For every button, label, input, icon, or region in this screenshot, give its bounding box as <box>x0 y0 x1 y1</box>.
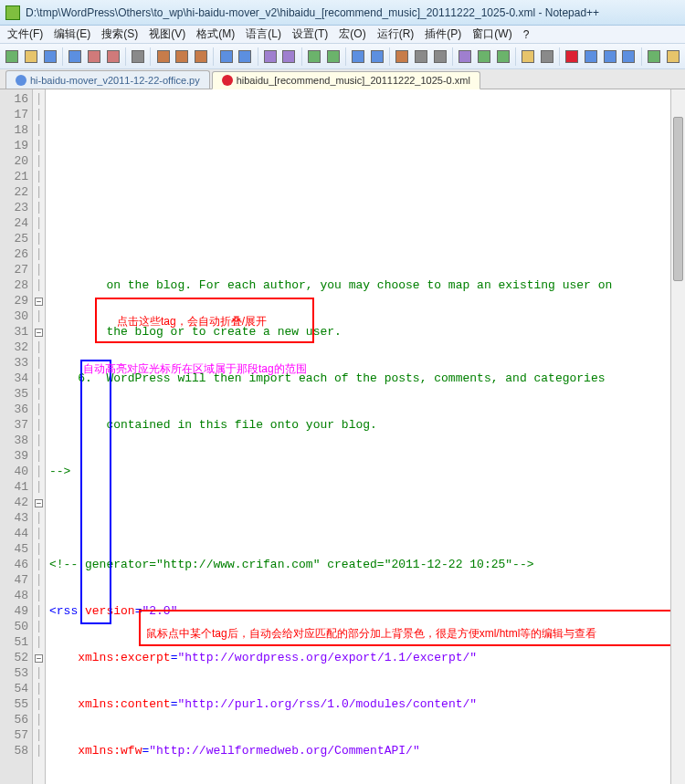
save-icon[interactable] <box>41 47 58 67</box>
menu-item[interactable]: 语言(L) <box>242 25 285 44</box>
code-line[interactable]: --> <box>49 464 685 479</box>
fold-guide[interactable]: │ <box>33 572 45 588</box>
menu-item[interactable]: 设置(T) <box>289 25 332 44</box>
fn-list-icon[interactable] <box>494 47 511 67</box>
menu-item[interactable]: 窗口(W) <box>469 25 515 44</box>
fold-toggle[interactable]: − <box>33 293 45 308</box>
menu-item[interactable]: 视图(V) <box>145 25 189 44</box>
folder-icon[interactable] <box>520 47 537 67</box>
code-line[interactable] <box>49 510 685 526</box>
fold-guide[interactable]: │ <box>33 262 45 277</box>
fold-guide[interactable]: │ <box>33 215 45 231</box>
zoom-in-icon[interactable] <box>306 47 323 67</box>
fold-toggle[interactable]: − <box>33 495 45 510</box>
paste-icon[interactable] <box>193 47 210 67</box>
cut-icon[interactable] <box>154 47 172 67</box>
fold-guide[interactable]: │ <box>33 464 45 479</box>
code-line[interactable]: on the blog. For each author, you may ch… <box>49 277 685 293</box>
code-line[interactable]: xmlns:content="http://purl.org/rss/1.0/m… <box>49 696 685 712</box>
fold-guide[interactable]: │ <box>33 246 45 262</box>
code-line[interactable]: <!-- generator="http://www.crifan.com" c… <box>49 557 685 572</box>
open-file-icon[interactable] <box>23 47 40 67</box>
close-icon[interactable] <box>86 47 103 67</box>
play-icon[interactable] <box>583 47 600 67</box>
fold-guide[interactable]: │ <box>33 417 45 433</box>
save-all-icon[interactable] <box>67 47 84 67</box>
code-line[interactable]: contained in this file onto your blog. <box>49 417 685 433</box>
fold-guide[interactable]: │ <box>33 479 45 495</box>
new-file-icon[interactable] <box>4 47 21 67</box>
indent-guide-icon[interactable] <box>431 47 448 67</box>
toggle-icon[interactable] <box>646 47 663 67</box>
menu-item[interactable]: 插件(P) <box>421 25 465 44</box>
close-all-icon[interactable] <box>104 47 121 67</box>
menu-item[interactable]: 编辑(E) <box>50 25 94 44</box>
fold-guide[interactable]: │ <box>33 153 45 169</box>
scrollbar-thumb[interactable] <box>673 117 683 281</box>
file-tab[interactable]: hibaidu_[recommend_music]_20111222_1025-… <box>212 71 480 89</box>
menu-item[interactable]: 搜索(S) <box>98 25 142 44</box>
fold-guide[interactable]: │ <box>33 107 45 122</box>
fold-guide[interactable]: │ <box>33 712 45 727</box>
copy-icon[interactable] <box>174 47 191 67</box>
print-icon[interactable] <box>130 47 147 67</box>
sync-h-icon[interactable] <box>368 47 385 67</box>
doc-map-icon[interactable] <box>476 47 493 67</box>
file-tab[interactable]: hi-baidu-mover_v2011-12-22-office.py <box>5 70 210 89</box>
lang-icon[interactable] <box>457 47 474 67</box>
menu-item[interactable]: 格式(M) <box>193 25 238 44</box>
fold-guide[interactable]: │ <box>33 510 45 526</box>
replace-icon[interactable] <box>280 47 298 67</box>
editor-area[interactable]: 1617181920212223242526272829303132333435… <box>0 89 685 784</box>
fold-guide[interactable]: │ <box>33 355 45 371</box>
save-macro-icon[interactable] <box>620 47 638 67</box>
fold-guide[interactable]: │ <box>33 619 45 634</box>
fold-guide[interactable]: │ <box>33 526 45 541</box>
fold-guide[interactable]: │ <box>33 231 45 246</box>
code-line[interactable]: xmlns:wfw="http://wellformedweb.org/Comm… <box>49 743 685 758</box>
fold-guide[interactable]: │ <box>33 308 45 324</box>
code-area[interactable]: 点击这些tag，会自动折叠/展开 自动高亮对应光标所在区域属于那段tag的范围 … <box>46 89 685 784</box>
fold-guide[interactable]: │ <box>33 634 45 650</box>
monitor-icon[interactable] <box>538 47 555 67</box>
fold-guide[interactable]: │ <box>33 727 45 743</box>
menu-item[interactable]: 运行(R) <box>374 25 418 44</box>
fold-guide[interactable]: │ <box>33 371 45 386</box>
fold-toggle[interactable]: − <box>33 650 45 665</box>
fold-column[interactable]: │││││││││││││−│−││││││││││−│││││││││−│││… <box>33 89 46 784</box>
play-multi-icon[interactable] <box>601 47 618 67</box>
fold-guide[interactable]: │ <box>33 448 45 464</box>
highlight-icon[interactable] <box>664 47 681 67</box>
wrap-icon[interactable] <box>394 47 411 67</box>
fold-guide[interactable]: │ <box>33 200 45 215</box>
menu-item[interactable]: 宏(O) <box>335 25 369 44</box>
fold-toggle[interactable]: − <box>33 324 45 340</box>
fold-guide[interactable]: │ <box>33 402 45 417</box>
fold-guide[interactable]: │ <box>33 340 45 355</box>
fold-guide[interactable]: │ <box>33 681 45 696</box>
fold-guide[interactable]: │ <box>33 184 45 200</box>
fold-guide[interactable]: │ <box>33 386 45 402</box>
menu-item[interactable]: 文件(F) <box>4 25 47 44</box>
fold-guide[interactable]: │ <box>33 433 45 448</box>
fold-guide[interactable]: │ <box>33 541 45 557</box>
fold-guide[interactable]: │ <box>33 122 45 138</box>
record-icon[interactable] <box>564 47 581 67</box>
fold-guide[interactable]: │ <box>33 557 45 572</box>
code-line[interactable]: xmlns:excerpt="http://wordpress.org/expo… <box>49 650 685 665</box>
code-line[interactable]: <rss version="2.0" <box>49 603 685 619</box>
fold-guide[interactable]: │ <box>33 138 45 153</box>
fold-guide[interactable]: │ <box>33 169 45 184</box>
fold-guide[interactable]: │ <box>33 665 45 681</box>
fold-guide[interactable]: │ <box>33 696 45 712</box>
zoom-out-icon[interactable] <box>324 47 342 67</box>
fold-guide[interactable]: │ <box>33 603 45 619</box>
undo-icon[interactable] <box>217 47 235 67</box>
sync-v-icon[interactable] <box>350 47 367 67</box>
menu-item[interactable]: ? <box>520 26 533 43</box>
fold-guide[interactable]: │ <box>33 277 45 293</box>
find-icon[interactable] <box>261 47 279 67</box>
show-all-icon[interactable] <box>413 47 430 67</box>
vertical-scrollbar[interactable] <box>670 89 685 784</box>
fold-guide[interactable]: │ <box>33 743 45 758</box>
